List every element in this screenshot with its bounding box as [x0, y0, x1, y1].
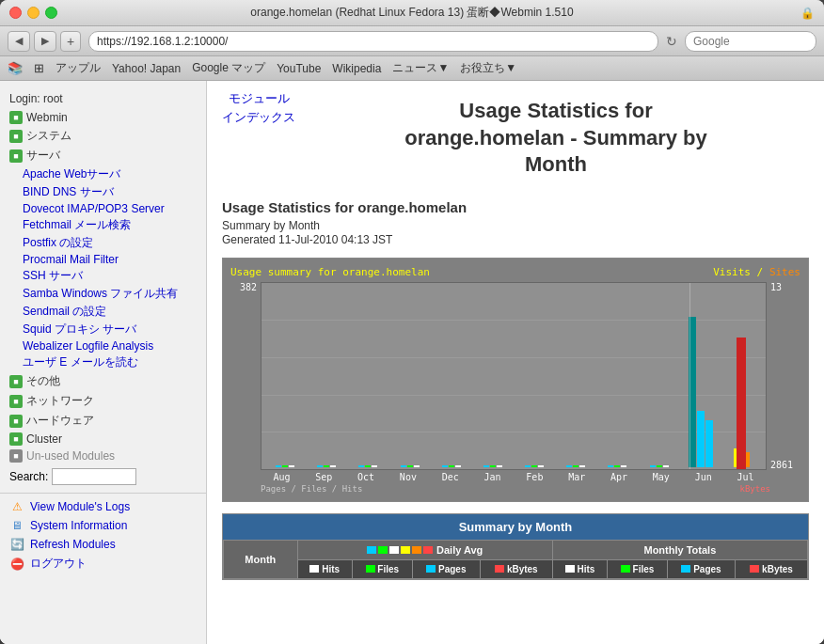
bookmark-wikipedia[interactable]: Wikipedia	[332, 62, 381, 75]
view-logs-button[interactable]: ⚠ View Module's Logs	[0, 497, 206, 516]
bar-feb-hits	[538, 465, 544, 467]
refresh-modules-button[interactable]: 🔄 Refresh Modules	[0, 535, 206, 554]
y-right-bottom: 2861	[770, 460, 793, 470]
window-title: orange.homelan (Redhat Linux Fedora 13) …	[250, 5, 573, 21]
sidebar-item-network[interactable]: ■ ネットワーク	[0, 391, 206, 411]
title-bar: orange.homelan (Redhat Linux Fedora 13) …	[0, 0, 824, 26]
generated-label: Generated 11-Jul-2010 04:13 JST	[222, 233, 809, 246]
x-label-may: May	[640, 472, 682, 482]
browser-window: orange.homelan (Redhat Linux Fedora 13) …	[0, 0, 824, 644]
bar-may-hits	[663, 465, 669, 467]
bar-feb-pages	[525, 465, 531, 467]
y-right-top: 13	[770, 282, 782, 292]
search-label: Search:	[9, 470, 48, 483]
summary-table-header: Summary by Month	[223, 514, 808, 540]
x-label-nov: Nov	[387, 472, 429, 482]
th-monthly-kbytes: kBytes	[736, 559, 808, 578]
col-month-header: Month	[224, 540, 298, 578]
sidebar-link-samba[interactable]: Samba Windows ファイル共有	[0, 285, 206, 303]
y-top-label: 382	[240, 282, 257, 292]
th-daily-kbytes: kBytes	[481, 559, 553, 578]
module-index-link2[interactable]: インデックス	[222, 109, 295, 126]
main-content: Usage Statistics for orange.homelan Summ…	[207, 190, 824, 589]
chart-header: Usage summary for orange.homelan Visits …	[230, 266, 800, 278]
bar-group-feb	[515, 465, 554, 467]
summary-table: Month	[223, 540, 808, 579]
x-label-apr: Apr	[598, 472, 641, 482]
x-label-sep: Sep	[303, 472, 345, 482]
sidebar-item-cluster[interactable]: ■ Cluster	[0, 431, 206, 448]
bar-aug-pages	[276, 465, 281, 467]
system-info-button[interactable]: 🖥 System Information	[0, 516, 206, 535]
close-button[interactable]	[9, 7, 22, 19]
summary-table-container: Summary by Month Month	[222, 513, 809, 580]
bookmarks-icon: 📚	[8, 61, 23, 75]
sidebar-search-input[interactable]	[52, 468, 136, 485]
sidebar-link-procmail[interactable]: Procmail Mail Filter	[0, 252, 206, 267]
maximize-button[interactable]	[45, 7, 57, 19]
th-daily-files: Files	[353, 559, 413, 578]
sidebar-item-hardware[interactable]: ■ ハードウェア	[0, 411, 206, 431]
bookmark-google-maps[interactable]: Google マップ	[192, 60, 265, 76]
sidebar-link-squid[interactable]: Squid プロキシ サーバ	[0, 321, 206, 338]
visits-color	[401, 546, 410, 554]
url-bar[interactable]	[88, 31, 658, 52]
th-monthly-files: Files	[608, 559, 668, 578]
bar-group-mar	[556, 465, 595, 467]
chart-container: Usage summary for orange.homelan Visits …	[222, 258, 809, 502]
bar-sep-pages	[317, 465, 323, 467]
sidebar-link-ssh[interactable]: SSH サーバ	[0, 267, 206, 285]
bookmark-useful[interactable]: お役立ち▼	[460, 60, 516, 76]
bookmark-apple[interactable]: アップル	[55, 60, 101, 76]
sidebar-item-unused[interactable]: ■ Un-used Modules	[0, 448, 206, 464]
sidebar-link-bind[interactable]: BIND DNS サーバ	[0, 183, 206, 201]
content-area: Login: root ■ Webmin ■ システム ■ サーバ Apache…	[0, 81, 824, 644]
chart-title: Usage summary for orange.homelan	[230, 266, 430, 278]
bar-mar-pages	[566, 465, 572, 467]
bar-may-files	[657, 465, 662, 467]
x-label-dec: Dec	[429, 472, 471, 482]
sidebar-link-sendmail[interactable]: Sendmail の設定	[0, 303, 206, 321]
bar-group-dec	[432, 465, 471, 467]
sidebar-item-system[interactable]: ■ システム	[0, 126, 206, 146]
chart-plot-area: 382	[230, 282, 800, 470]
page-title: Usage Statistics fororange.homelan - Sum…	[303, 98, 809, 179]
forward-button[interactable]: ▶	[34, 31, 56, 52]
chart-legend: Visits / Sites	[713, 266, 800, 278]
sidebar-link-apache[interactable]: Apache Webサーバ	[0, 165, 206, 183]
bar-may-pages	[650, 465, 656, 467]
refresh-icon: 🔄	[9, 537, 24, 552]
y-axis-left: 382	[230, 282, 261, 470]
sidebar-link-webalizer[interactable]: Webalizer Logfile Analysis	[0, 338, 206, 353]
minimize-button[interactable]	[27, 7, 40, 19]
y-axis-right: 13 2861	[767, 282, 800, 470]
sidebar-link-postfix[interactable]: Postfix の設定	[0, 234, 206, 252]
bookmark-yahoo[interactable]: Yahoo! Japan	[112, 62, 181, 75]
sidebar-link-fetchmail[interactable]: Fetchmail メール検索	[0, 216, 206, 234]
module-index-link1[interactable]: モジュール	[229, 90, 290, 107]
summary-by-label: Summary by Month	[222, 219, 809, 232]
bookmark-news[interactable]: ニュース▼	[392, 60, 449, 76]
add-tab-button[interactable]: +	[60, 31, 81, 52]
sidebar-item-other[interactable]: ■ その他	[0, 371, 206, 391]
search-input[interactable]	[685, 31, 816, 52]
bar-mar-hits	[579, 465, 585, 467]
bar-group-sep	[307, 465, 346, 467]
bar-group-aug	[265, 465, 305, 467]
sidebar-link-email[interactable]: ユーザ E メールを読む	[0, 353, 206, 371]
back-button[interactable]: ◀	[8, 31, 30, 52]
bookmark-youtube[interactable]: YouTube	[277, 62, 321, 75]
sidebar-item-server[interactable]: ■ サーバ	[0, 146, 206, 165]
bar-jun-hits	[705, 420, 713, 467]
system-bullet: ■	[9, 130, 23, 143]
x-label-jan: Jan	[471, 472, 514, 482]
reload-button[interactable]: ↻	[666, 34, 677, 49]
logout-button[interactable]: ⛔ ログアウト	[0, 554, 206, 573]
sidebar-link-dovecot[interactable]: Dovecot IMAP/POP3 Server	[0, 201, 206, 216]
sidebar-item-webmin[interactable]: ■ Webmin	[0, 109, 206, 126]
hits-color	[389, 546, 399, 554]
x-label-aug: Aug	[261, 472, 303, 482]
bar-apr-pages	[608, 465, 613, 467]
kbytes-label: kBytes	[739, 484, 770, 494]
bar-nov-hits	[414, 465, 420, 467]
